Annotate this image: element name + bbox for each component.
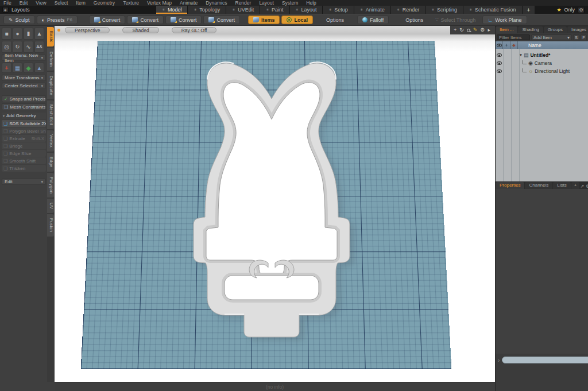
tab-properties[interactable]: Properties bbox=[496, 182, 524, 189]
viewport-settings-icon[interactable]: ⚙ bbox=[480, 26, 485, 34]
tool-sds-subdivide[interactable]: ❑SDS Subdivide 2X bbox=[2, 120, 46, 127]
item-row-untitled[interactable]: ▼ ▤ Untitled* bbox=[496, 51, 588, 59]
layout-tab-render[interactable]: ∗Render bbox=[391, 6, 425, 14]
convert-button-3[interactable]: Convert bbox=[165, 16, 202, 24]
item-row-camera[interactable]: ◉ Camera bbox=[496, 59, 588, 67]
gizmo-tool-button[interactable]: + bbox=[2, 63, 11, 73]
menu-file[interactable]: File bbox=[3, 1, 11, 5]
item-list[interactable]: ▼ ▤ Untitled* ◉ Camera ☼ Directional Lig… bbox=[496, 49, 588, 181]
side-tab-duplicate[interactable]: Duplicate bbox=[47, 72, 54, 99]
viewport-flag-icon[interactable] bbox=[57, 29, 60, 32]
mesh-paint-button[interactable]: ◆ bbox=[24, 63, 33, 73]
convert-button-2[interactable]: Convert bbox=[127, 16, 164, 24]
presets-button[interactable]: ◐PresetsF6 bbox=[37, 16, 78, 24]
side-tab-basic[interactable]: Basic bbox=[47, 27, 54, 47]
gear-icon[interactable]: ⚙ bbox=[578, 7, 585, 13]
side-tab-vertex[interactable]: Vertex bbox=[47, 130, 54, 152]
more-transforms-dropdown[interactable]: More Transforms▾ bbox=[2, 75, 46, 81]
add-layout-tab-button[interactable]: + bbox=[523, 6, 536, 14]
tool-edge-slice[interactable]: ❑Edge Slice bbox=[2, 150, 46, 157]
layout-tab-uvedit[interactable]: ∗UVEdit bbox=[226, 6, 260, 14]
zoom-icon[interactable] bbox=[467, 29, 470, 32]
visibility-cell[interactable] bbox=[496, 53, 503, 57]
side-tab-polygon[interactable]: Polygon bbox=[47, 173, 54, 198]
layout-tab-animate[interactable]: ∗Animate bbox=[354, 6, 391, 14]
name-column-header[interactable]: Name bbox=[518, 42, 541, 48]
menu-texture[interactable]: Texture bbox=[123, 1, 139, 5]
item-label[interactable]: Camera bbox=[535, 60, 552, 66]
options-button-2[interactable]: Options bbox=[400, 16, 428, 24]
favorite-star-icon[interactable]: ★ bbox=[556, 7, 561, 13]
work-plane-button[interactable]: ∟Work Plane bbox=[482, 16, 527, 24]
side-tab-mesh-edit[interactable]: Mesh Edit bbox=[47, 100, 54, 129]
select-through-button[interactable]: ∵Select Through bbox=[430, 16, 481, 24]
tool-thicken[interactable]: ❑Thicken bbox=[2, 165, 46, 172]
tool-smooth-shift[interactable]: ❑Smooth Shift bbox=[2, 157, 46, 164]
shading-mode-selector[interactable]: Shaded bbox=[122, 27, 158, 33]
tab-channels[interactable]: Channels bbox=[525, 182, 552, 189]
falloff-button[interactable]: Falloff bbox=[357, 16, 389, 24]
menu-geometry[interactable]: Geometry bbox=[94, 1, 115, 5]
tab-images[interactable]: Images bbox=[567, 26, 588, 33]
side-tab-uv[interactable]: UV bbox=[47, 199, 54, 213]
side-tab-edge[interactable]: Edge bbox=[47, 153, 54, 172]
filter-items-input[interactable] bbox=[497, 34, 530, 40]
menu-select[interactable]: Select bbox=[55, 1, 68, 5]
side-tab-fusion[interactable]: Fusion bbox=[47, 214, 54, 236]
layout-tab-layout[interactable]: ∗Layout bbox=[290, 6, 323, 14]
item-row-directional-light[interactable]: ☼ Directional Light bbox=[496, 67, 588, 75]
visibility-column-header[interactable] bbox=[496, 41, 503, 49]
tab-shading[interactable]: Shading bbox=[518, 26, 543, 33]
color-column-header[interactable]: ◆ bbox=[510, 41, 518, 49]
add-column-header[interactable]: + bbox=[503, 41, 510, 49]
tab-item-list[interactable]: Item ... bbox=[496, 26, 517, 33]
pop-out-icon[interactable]: ↗ bbox=[580, 184, 584, 189]
tool-extrude[interactable]: ❑ExtrudeShift-X bbox=[2, 135, 46, 142]
viewport-menu-icon[interactable]: ▸ bbox=[488, 26, 490, 34]
item-label[interactable]: Directional Light bbox=[535, 68, 570, 74]
snaps-precision-button[interactable]: ✓Snaps and Precision bbox=[2, 95, 46, 102]
item-menu-dropdown[interactable]: Item Menu: New Item▾ bbox=[2, 55, 46, 61]
menu-vertex-map[interactable]: Vertex Map bbox=[147, 1, 172, 5]
sculpt-button[interactable]: ✎Sculpt bbox=[3, 16, 35, 24]
items-mode-button[interactable]: Items bbox=[248, 16, 280, 24]
camera-view-selector[interactable]: Perspective bbox=[65, 27, 110, 33]
cone-primitive-button[interactable]: ▲ bbox=[34, 28, 44, 40]
torus-primitive-button[interactable]: ◎ bbox=[2, 41, 11, 53]
layout-tab-scripting[interactable]: ∗Scripting bbox=[425, 6, 463, 14]
only-label[interactable]: Only bbox=[564, 7, 575, 13]
options-button-1[interactable]: Options bbox=[321, 16, 349, 24]
layout-tab-model[interactable]: ∗Model bbox=[156, 6, 188, 14]
convert-button-4[interactable]: Convert bbox=[203, 16, 240, 24]
filter-mode-button[interactable]: F bbox=[581, 34, 587, 40]
panel-gear-icon[interactable]: ⚙ bbox=[586, 184, 588, 189]
layout-tab-setup[interactable]: ∗Setup bbox=[323, 6, 354, 14]
layout-tab-schematic-fusion[interactable]: ∗Schematic Fusion bbox=[463, 6, 522, 14]
add-panel-tab-button[interactable]: + bbox=[571, 182, 580, 189]
visibility-cell[interactable] bbox=[496, 61, 503, 65]
orbit-icon[interactable]: ↻ bbox=[459, 26, 464, 34]
menu-render[interactable]: Render bbox=[235, 1, 252, 5]
edit-dropdown[interactable]: Edit▾ bbox=[2, 179, 46, 185]
menu-help[interactable]: Help bbox=[306, 1, 316, 5]
cube-primitive-button[interactable]: ■ bbox=[2, 28, 11, 40]
convert-button-1[interactable]: Convert bbox=[89, 16, 126, 24]
ground-plane-button[interactable]: ▦ bbox=[13, 63, 22, 73]
mesh-constraints-button[interactable]: ❑Mesh Constraints bbox=[2, 103, 46, 110]
tool-bridge[interactable]: ❑Bridge bbox=[2, 142, 46, 149]
layouts-home[interactable]: ∗ Layouts bbox=[2, 7, 156, 13]
sphere-primitive-button[interactable]: ● bbox=[13, 28, 22, 40]
add-geometry-header[interactable]: ▾Add Geometry bbox=[2, 113, 46, 119]
viewport-canvas[interactable] bbox=[55, 34, 495, 382]
layout-tab-topology[interactable]: ∗Topology bbox=[188, 6, 226, 14]
side-tab-deform[interactable]: Deform bbox=[47, 48, 54, 71]
menu-dynamics[interactable]: Dynamics bbox=[206, 1, 227, 5]
edit-view-icon[interactable]: ✎ bbox=[473, 26, 478, 34]
tool-polygon-bevel[interactable]: ❑Polygon BevelShift-B bbox=[2, 127, 46, 134]
curve-tool-button[interactable]: ∿ bbox=[24, 41, 33, 53]
swirl-primitive-button[interactable]: ↻ bbox=[13, 41, 22, 53]
menu-system[interactable]: System bbox=[282, 1, 298, 5]
viewport-3d[interactable]: Perspective Shaded Ray GL: Off + ↻ ✎ ⚙ ▸ bbox=[55, 26, 495, 382]
mesh-cone-button[interactable]: ▲ bbox=[34, 63, 44, 73]
menu-layout[interactable]: Layout bbox=[259, 1, 274, 5]
